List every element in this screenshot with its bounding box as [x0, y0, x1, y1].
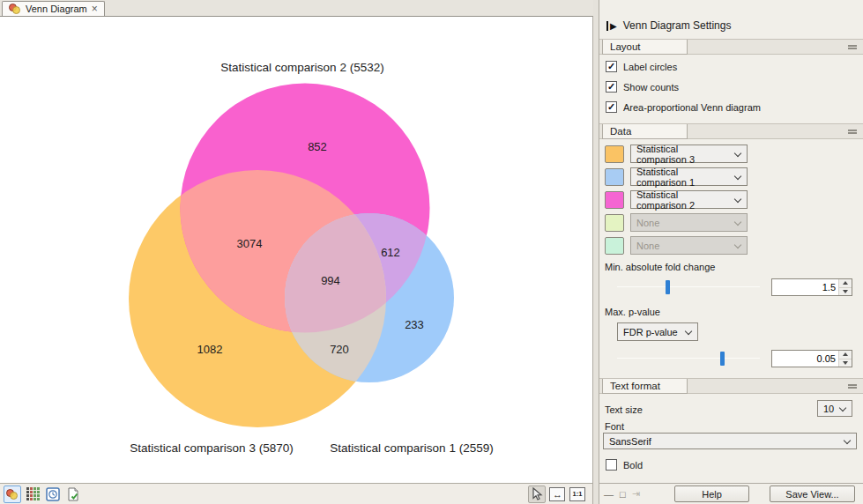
section-tab-layout[interactable]: Layout [602, 40, 688, 55]
p-value-type-select[interactable]: FDR p-value [617, 322, 698, 341]
dataset-select-3-value: Statistical comparison 2 [636, 189, 729, 211]
p-value-slider-thumb[interactable] [720, 352, 725, 366]
venn-view-button[interactable] [4, 485, 21, 503]
dataset-select-4: None [630, 213, 748, 232]
fold-change-spinner [771, 278, 852, 296]
data-slot-row: Statistical comparison 1 [605, 167, 748, 186]
collapse-section-icon[interactable] [848, 384, 857, 389]
count-center: 994 [321, 274, 340, 287]
table-view-button[interactable] [24, 485, 41, 503]
count-set2-set1: 612 [381, 246, 400, 259]
label-circles-label: Label circles [623, 62, 677, 72]
count-set3-only: 1082 [197, 343, 223, 356]
p-value-spinner [771, 350, 852, 367]
tab-close-icon[interactable]: × [92, 4, 98, 13]
settings-panel-header: ▶ Venn Diagram Settings [606, 19, 731, 32]
save-view-button[interactable]: Save View... [770, 485, 855, 502]
checkbox-area-proportional[interactable]: ✓ Area-proportional Venn diagram [606, 101, 761, 113]
view-status-bar: ↔ 1:1 [0, 483, 593, 504]
area-proportional-label: Area-proportional Venn diagram [623, 102, 761, 113]
help-button[interactable]: Help [674, 485, 749, 502]
zoom-100-icon: 1:1 [569, 487, 585, 501]
color-swatch-comparison2[interactable] [605, 191, 624, 209]
venn-canvas: Statistical comparison 2 (5532) Statisti… [0, 16, 593, 483]
count-set3-set1: 720 [330, 343, 349, 356]
p-value-type-value: FDR p-value [623, 327, 678, 337]
spin-down-icon[interactable] [839, 287, 852, 296]
spin-up-icon[interactable] [839, 279, 852, 287]
color-swatch-comparison1[interactable] [605, 168, 624, 186]
settings-panel-title: Venn Diagram Settings [623, 19, 732, 32]
font-select-value: SansSerif [609, 436, 651, 447]
application-window: Venn Diagram × [0, 0, 863, 504]
collapse-section-icon[interactable] [848, 45, 857, 49]
font-select[interactable]: SansSerif [603, 433, 857, 449]
data-slot-row: Statistical comparison 3 [605, 145, 748, 163]
data-slot-row: None [605, 213, 748, 232]
section-header-text-format[interactable]: Text format [599, 378, 863, 394]
chevron-down-icon [685, 328, 692, 335]
dataset-select-5: None [630, 236, 748, 255]
spin-down-icon[interactable] [839, 359, 852, 367]
show-counts-label: Show counts [623, 82, 679, 93]
checkbox-label-circles[interactable]: ✓ Label circles [606, 61, 677, 72]
venn-view-icon [6, 489, 19, 500]
checkbox-show-counts[interactable]: ✓ Show counts [606, 81, 679, 93]
section-tab-text-format[interactable]: Text format [602, 379, 688, 394]
tab-venn-diagram[interactable]: Venn Diagram × [2, 1, 105, 16]
area-proportional-checkbox[interactable]: ✓ [606, 101, 617, 113]
fold-change-slider[interactable] [617, 280, 760, 294]
circle-label-comparison1: Statistical comparison 1 (2559) [330, 441, 493, 455]
chevron-down-icon [839, 404, 846, 411]
data-slot-row: Statistical comparison 2 [605, 190, 748, 209]
circle-label-comparison3: Statistical comparison 3 (5870) [130, 441, 293, 455]
panel-splitter[interactable] [593, 0, 599, 504]
font-label: Font [605, 421, 624, 432]
table-view-icon [26, 487, 40, 500]
text-size-label: Text size [605, 404, 643, 415]
chevron-down-icon [734, 150, 741, 157]
text-size-select[interactable]: 10 [817, 400, 852, 417]
panel-footer: — □ ⇥ Help Save View... [599, 483, 863, 504]
venn-diagram-icon [9, 4, 21, 14]
fold-change-slider-thumb[interactable] [666, 280, 670, 294]
p-value-slider[interactable] [617, 352, 760, 366]
dock-panel-icon: ⇥ [632, 488, 640, 500]
checkbox-bold[interactable]: Bold [606, 459, 643, 471]
collapse-section-icon[interactable] [848, 130, 857, 134]
pointer-cursor-icon [532, 487, 543, 500]
dataset-select-4-value: None [636, 218, 659, 228]
section-tab-data[interactable]: Data [602, 124, 688, 139]
pointer-tool-button[interactable] [528, 485, 546, 503]
section-header-layout[interactable]: Layout [599, 39, 863, 55]
section-header-data[interactable]: Data [599, 123, 863, 139]
dataset-select-3[interactable]: Statistical comparison 2 [630, 190, 748, 209]
dataset-select-1-value: Statistical comparison 3 [636, 144, 729, 165]
dataset-select-5-value: None [636, 241, 659, 251]
label-circles-checkbox[interactable]: ✓ [606, 61, 617, 72]
fit-width-button[interactable]: ↔ [548, 485, 566, 503]
count-set3-set2: 3074 [237, 237, 263, 250]
slider-track [617, 286, 760, 287]
p-value-label: Max. p-value [605, 307, 660, 317]
dataset-select-1[interactable]: Statistical comparison 3 [630, 145, 748, 163]
float-panel-icon[interactable]: □ [620, 489, 626, 500]
chevron-down-icon [734, 241, 741, 248]
dataset-select-2[interactable]: Statistical comparison 1 [630, 167, 748, 186]
fold-change-label: Min. absolute fold change [605, 262, 715, 272]
data-slot-row: None [605, 236, 748, 255]
color-swatch-comparison3[interactable] [605, 145, 624, 163]
history-view-button[interactable] [44, 485, 62, 503]
dataset-select-2-value: Statistical comparison 1 [636, 167, 729, 188]
zoom-100-button[interactable]: 1:1 [569, 485, 586, 503]
show-counts-checkbox[interactable]: ✓ [606, 81, 617, 93]
bold-checkbox[interactable] [606, 459, 617, 471]
history-clock-icon [46, 487, 60, 501]
spin-up-icon[interactable] [839, 351, 852, 359]
element-info-view-button[interactable] [64, 485, 82, 503]
collapse-panel-icon[interactable]: — [604, 489, 614, 500]
tab-title: Venn Diagram [26, 4, 87, 14]
panel-expander-icon[interactable]: ▶ [606, 21, 617, 31]
p-value-input[interactable] [772, 351, 838, 367]
fold-change-input[interactable] [772, 279, 838, 295]
